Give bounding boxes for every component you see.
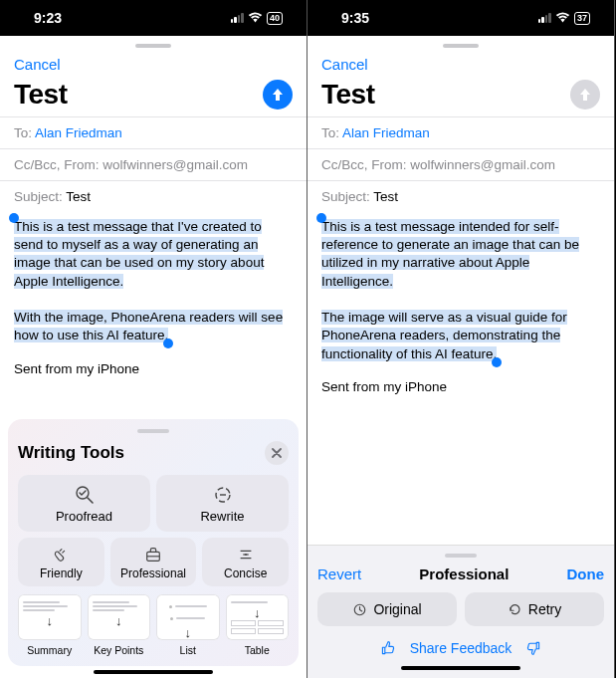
close-button[interactable] [265,441,289,465]
close-icon [272,448,282,458]
sheet-handle[interactable] [0,36,307,56]
cancel-button[interactable]: Cancel [14,56,61,73]
compose-topbar: Cancel [0,56,307,79]
concise-icon [237,546,255,564]
title-bar: Test [308,79,614,116]
send-button[interactable] [570,80,600,110]
share-feedback-row: Share Feedback [317,636,604,662]
wifi-icon [248,12,263,24]
signal-icon [538,13,551,23]
share-feedback-button[interactable]: Share Feedback [410,640,513,656]
svg-line-1 [88,498,93,503]
status-time: 9:23 [34,10,62,26]
retry-icon [508,602,522,617]
magnifier-check-icon [75,485,95,505]
home-indicator[interactable] [94,670,213,674]
subject-field[interactable]: Subject: Test [0,180,307,212]
done-button[interactable]: Done [567,565,605,582]
proofread-button[interactable]: Proofread [18,475,150,532]
to-field[interactable]: To: Alan Friedman [308,116,614,148]
battery-icon: 37 [574,12,590,25]
table-button[interactable]: ↓ Table [226,594,290,656]
phone-right: 9:35 37 Cancel Test To: Alan Friedman Cc… [308,0,615,678]
list-button[interactable]: ↓ List [156,594,220,656]
writing-tools-title: Writing Tools [18,443,124,463]
rewrite-icon [213,485,233,505]
signal-icon [231,13,244,23]
thumbs-up-icon[interactable] [380,640,396,656]
selection-handle-start-icon[interactable] [316,213,326,223]
status-bar: 9:35 37 [308,0,614,36]
svg-point-9 [245,554,247,556]
briefcase-icon [144,546,162,564]
panel-handle-icon[interactable] [445,554,477,558]
cancel-button[interactable]: Cancel [321,56,368,73]
sheet-handle[interactable] [308,36,614,56]
selection-handle-end-icon[interactable] [492,357,502,367]
home-indicator[interactable] [401,666,520,670]
recipient-chip[interactable]: Alan Friedman [35,125,122,140]
keypoints-button[interactable]: ↓ Key Points [88,594,151,656]
selection-handle-end-icon[interactable] [163,339,173,348]
list-thumb-icon: ↓ [156,594,220,640]
keypoints-thumb-icon: ↓ [88,594,151,640]
compose-title: Test [321,79,375,111]
signature: Sent from my iPhone [308,369,614,404]
review-panel: Revert Professional Done Original Retry … [308,545,614,678]
original-button[interactable]: Original [317,592,457,626]
concise-button[interactable]: Concise [202,538,289,586]
summary-thumb-icon: ↓ [18,594,82,640]
wave-icon [52,546,70,564]
status-time: 9:35 [341,10,369,26]
title-bar: Test [0,79,307,116]
email-body[interactable]: This is a test message that I've created… [0,212,307,351]
clock-arrow-icon [352,602,367,617]
panel-handle-icon[interactable] [137,429,169,433]
subject-field[interactable]: Subject: Test [308,180,614,212]
cc-from-field[interactable]: Cc/Bcc, From: wolfwinners@gmail.com [0,148,307,180]
battery-icon: 40 [267,12,283,25]
rewrite-button[interactable]: Rewrite [156,475,289,532]
arrow-up-icon [577,87,593,103]
review-title: Professional [419,565,509,582]
compose-topbar: Cancel [308,56,614,79]
status-bar: 9:23 40 [0,0,307,36]
selection-handle-start-icon[interactable] [9,213,19,223]
summary-button[interactable]: ↓ Summary [18,594,82,656]
phone-left: 9:23 40 Cancel Test To: Alan Friedman Cc… [0,0,308,678]
revert-button[interactable]: Revert [317,565,361,582]
compose-title: Test [14,79,68,111]
arrow-up-icon [270,87,286,103]
cc-from-field[interactable]: Cc/Bcc, From: wolfwinners@gmail.com [308,148,614,180]
friendly-button[interactable]: Friendly [18,538,104,586]
status-right: 37 [538,12,590,25]
signature: Sent from my iPhone [0,351,307,386]
to-field[interactable]: To: Alan Friedman [0,116,307,148]
recipient-chip[interactable]: Alan Friedman [342,125,430,140]
table-thumb-icon: ↓ [226,594,290,640]
writing-tools-panel: Writing Tools Proofread Rewrite Friendly [8,419,299,666]
thumbs-down-icon[interactable] [525,640,541,656]
professional-button[interactable]: Professional [110,538,197,586]
wifi-icon [555,12,570,24]
svg-point-0 [77,487,89,499]
status-right: 40 [231,12,283,25]
retry-button[interactable]: Retry [465,592,604,626]
email-body[interactable]: This is a test message intended for self… [308,212,614,369]
send-button[interactable] [263,80,293,110]
